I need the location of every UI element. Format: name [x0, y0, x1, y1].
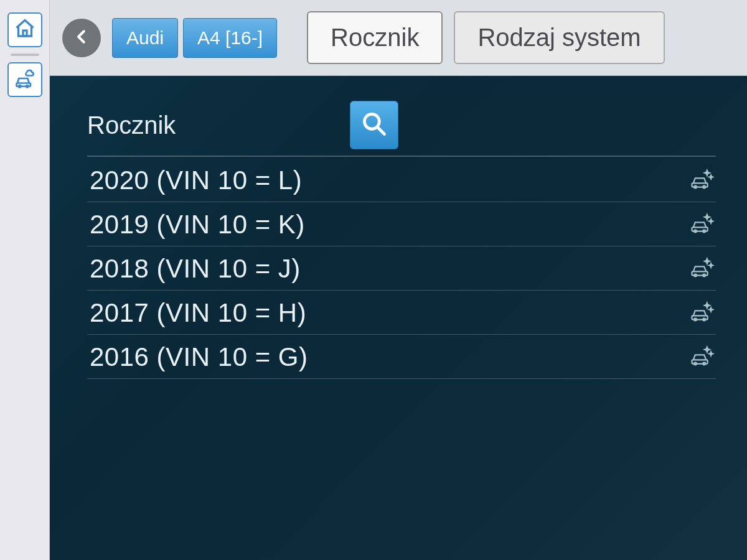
- list-item-label: 2020 (VIN 10 = L): [90, 166, 302, 195]
- tab-group: Rocznik Rodzaj system: [307, 11, 665, 64]
- list-item-label: 2019 (VIN 10 = K): [90, 210, 305, 240]
- home-icon: [14, 17, 36, 42]
- section-title: Rocznik: [87, 111, 176, 139]
- list-item[interactable]: 2020 (VIN 10 = L): [87, 158, 716, 202]
- car-sparkle-icon: [688, 211, 716, 238]
- chevron-left-icon: [72, 27, 91, 49]
- sidebar: [0, 0, 50, 560]
- tab-rocznik[interactable]: Rocznik: [307, 11, 443, 64]
- section-header: Rocznik: [87, 101, 716, 157]
- breadcrumb-make[interactable]: Audi: [112, 18, 178, 58]
- car-sparkle-icon: [688, 343, 716, 371]
- main: Audi A4 [16-] Rocznik Rodzaj system Rocz…: [50, 0, 747, 560]
- year-list: 2020 (VIN 10 = L) 2019 (VIN 10 = K): [87, 158, 716, 379]
- list-item[interactable]: 2018 (VIN 10 = J): [87, 246, 716, 291]
- list-item-label: 2018 (VIN 10 = J): [90, 254, 301, 284]
- home-button[interactable]: [7, 12, 42, 47]
- tab-rodzaj-systemu[interactable]: Rodzaj system: [454, 11, 664, 64]
- car-sparkle-icon: [688, 299, 716, 327]
- list-item-label: 2016 (VIN 10 = G): [90, 342, 308, 372]
- car-sparkle-icon: [688, 255, 716, 282]
- sidebar-separator: [11, 54, 39, 56]
- svg-rect-0: [23, 30, 27, 36]
- list-item-label: 2017 (VIN 10 = H): [90, 298, 306, 328]
- svg-line-5: [378, 128, 385, 134]
- breadcrumb: Audi A4 [16-]: [112, 18, 277, 58]
- content: Rocznik 2020 (VIN 10 = L): [50, 76, 747, 560]
- search-button[interactable]: [350, 101, 398, 149]
- search-icon: [360, 110, 388, 140]
- diagnostics-button[interactable]: [7, 62, 42, 97]
- breadcrumb-model[interactable]: A4 [16-]: [183, 18, 277, 58]
- topbar: Audi A4 [16-] Rocznik Rodzaj system: [50, 0, 747, 76]
- list-item[interactable]: 2016 (VIN 10 = G): [87, 335, 716, 379]
- car-cloud-icon: [14, 67, 36, 92]
- list-item[interactable]: 2017 (VIN 10 = H): [87, 291, 716, 335]
- car-sparkle-icon: [688, 167, 716, 194]
- list-item[interactable]: 2019 (VIN 10 = K): [87, 202, 716, 246]
- back-button[interactable]: [62, 19, 101, 57]
